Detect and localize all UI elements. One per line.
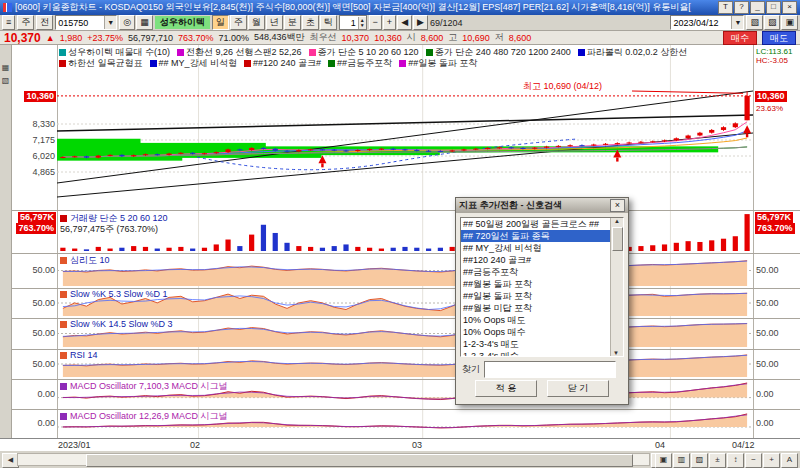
chart-area: ▦▧ 10,360 8,330 7,175 6,020 4,865 56,797… [0,45,800,438]
grid-icon[interactable]: ▥ [673,453,690,468]
save-icon[interactable]: ▣ [781,15,798,30]
period-button-월[interactable]: 월 [248,15,265,30]
legend-swatch-icon [426,49,433,56]
find-label: 찾기 [462,363,480,376]
date-picker[interactable]: ▼ [670,15,744,30]
close-button[interactable]: 닫 기 [547,380,609,397]
auto-scale-icon[interactable]: A [781,453,798,468]
signal-list-item[interactable]: 1-2-3-4's 매도 [461,338,623,350]
tools-icon[interactable]: ▨ [691,453,708,468]
current-price-tag: 10,360 [755,91,787,102]
signal-list-item[interactable]: ##월봉 돌파 포착 [461,278,623,290]
panel-axis-label: 50.00 [756,359,779,369]
ticker-button[interactable]: T [718,1,733,14]
signal-list-item[interactable]: 10% Oops 매도 [461,314,623,326]
period-button-초[interactable]: 초 [302,15,319,30]
dialog-titlebar[interactable]: 지표 추가/전환 - 신호검색 × [456,198,628,213]
previous-button[interactable]: 전 [36,15,53,30]
fit-icon[interactable]: ↕ [727,453,744,468]
period-button-주[interactable]: 주 [230,15,247,30]
high-price: 10,690 [462,33,490,43]
legend-text: ##일봉 돌파 포착 [408,57,477,70]
apply-button[interactable]: 적 용 [475,380,537,397]
signal-list-item[interactable]: 10% Oops 매수 [461,326,623,338]
quote-strip: 10,370 ▲ 1,980 +23.75% 56,797,710 763.70… [0,31,800,45]
legend-swatch-icon [59,49,66,56]
date-input[interactable] [671,17,731,28]
scroll-right-icon[interactable]: ▶ [413,15,428,30]
print-icon[interactable]: ▨ [764,15,781,30]
minimize-button[interactable]: _ [750,1,765,14]
panel-axis-label: 0.00 [37,389,55,399]
open-label: 시 [407,31,416,44]
signal-list-item[interactable]: ## MY_강세 비석형 [461,242,623,254]
sentiment-chart-canvas[interactable] [57,253,753,288]
legend-swatch-icon [60,215,67,222]
help-button[interactable]: ? [734,1,749,14]
chart-hscrollbar[interactable] [17,453,650,466]
stock-code-input[interactable] [56,17,104,28]
settings-icon[interactable]: ▧ [746,15,763,30]
close-button[interactable]: × [782,1,797,14]
lc-label: LC:113.61 [756,47,792,56]
scrollbar-thumb[interactable] [86,454,633,467]
sell-button[interactable]: 매도 [762,31,796,45]
stepper-arrows[interactable]: ▲ ▼ [358,17,366,29]
legend-swatch-icon [60,413,67,420]
chart-type-icon[interactable]: ▦ [136,15,153,30]
left-tool-strip: ▦▧ [0,45,12,438]
period-button-틱[interactable]: 틱 [320,15,337,30]
search-icon[interactable]: ◎ [119,15,135,30]
dialog-close-icon[interactable]: × [610,199,625,212]
period-button-년[interactable]: 년 [266,15,283,30]
signal-list-item[interactable]: ##월봉 미답 포착 [461,302,623,314]
asset-type-button[interactable]: 주 [17,15,34,30]
window-titlebar[interactable]: [0600] 키움종합차트 - KOSDAQ0150 외국인보유[2,845(천… [0,0,800,15]
zoom-in-icon[interactable]: + [383,15,396,30]
legend-text: ##금등주포착 [337,57,392,70]
signal-list-item[interactable]: ##일봉 돌파 포착 [461,290,623,302]
window-controls: T?_□× [718,1,797,14]
signal-list-item[interactable]: ## 50일평 200일평 골든크로스 ## [461,218,623,230]
dialog-buttons: 적 용 닫 기 [456,380,628,397]
chart-tool-icons: ▣▥▨±↕−+A [655,453,798,468]
scroll-up-icon[interactable]: ▲ [614,218,620,224]
signal-list-item[interactable]: ##금등주포착 [461,266,623,278]
scroll-down-icon[interactable]: ▼ [613,350,619,356]
rsi-chart-canvas[interactable] [57,349,753,379]
period-button-분[interactable]: 분 [284,15,301,30]
calendar-dropdown-icon[interactable]: ▼ [731,16,743,29]
signal-list-item[interactable]: 1-2-3-4's 매수 [461,350,623,357]
interval-input[interactable] [340,17,358,29]
price-change: 1,980 [60,33,83,43]
period-button-일[interactable]: 일 [212,15,229,30]
signal-list[interactable]: ▲ ▼ ## 50일평 200일평 골든크로스 #### 720일선 돌파 종목… [460,217,624,357]
scrollbar-thumb[interactable] [612,227,623,251]
chart-style-icon[interactable]: ▦ [2,63,10,72]
crosshair-icon[interactable]: ± [709,453,726,468]
find-input[interactable] [484,361,616,378]
zoom-out-icon[interactable]: − [369,15,382,30]
chevron-down-icon[interactable]: ▼ [104,16,116,29]
legend-swatch-icon [150,60,157,67]
sentiment-legend: 심리도 10 [60,254,110,267]
step-down-icon[interactable]: ▼ [360,23,365,28]
zoom-out-icon[interactable]: − [745,453,762,468]
interval-stepper[interactable]: ▲ ▼ [339,15,367,30]
legend-swatch-icon [60,383,67,390]
dialog-list-scrollbar[interactable]: ▲ ▼ [610,218,623,356]
stock-name-label: 성우하이텍 [155,16,210,29]
maximize-button[interactable]: □ [766,1,781,14]
zoom-in-icon[interactable]: + [763,453,780,468]
layout-icon[interactable]: ▣ [655,453,672,468]
window-title: [0600] 키움종합차트 - KOSDAQ0150 외국인보유[2,845(천… [15,1,691,14]
stock-code-combo[interactable]: ▼ [55,15,117,30]
high-label: 고 [448,31,457,44]
signal-list-item[interactable]: ## 720일선 돌파 종목 [461,230,623,242]
buy-button[interactable]: 매수 [723,31,757,45]
signal-list-item[interactable]: ##120 240 골크# [461,254,623,266]
slowk1-legend: Slow %K 5.3 Slow %D 1 [60,289,168,299]
drawing-tool-icon[interactable]: ▧ [2,76,10,85]
scroll-left-icon[interactable]: ◀ [397,15,412,30]
menu-icon[interactable]: ≡ [2,15,15,30]
